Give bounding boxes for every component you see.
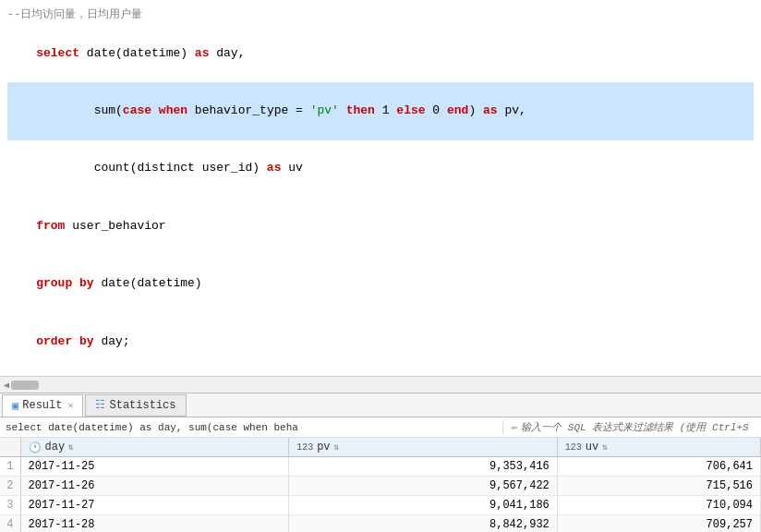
tab-statistics[interactable]: ☷ Statistics — [85, 394, 186, 417]
stats-tab-icon: ☷ — [95, 398, 105, 412]
horizontal-scrollbar[interactable]: ◀ — [0, 377, 761, 393]
scroll-left-arrow[interactable]: ◀ — [4, 380, 9, 391]
col-pv-label: pv — [317, 441, 330, 453]
result-query-bar: select date(datetime) as day, sum(case w… — [0, 417, 761, 438]
table-row: 42017-11-288,842,932709,257 — [0, 515, 761, 532]
row-num-cell: 2 — [0, 477, 20, 496]
row-uv-cell: 710,094 — [557, 496, 760, 515]
filter-icon: ✏ — [511, 420, 517, 434]
day-col-icon: 🕐 — [29, 441, 42, 453]
row-day-cell: 2017-11-26 — [20, 477, 289, 496]
tab-result-close[interactable]: ✕ — [67, 400, 73, 411]
sql-line-3: count(distinct user_id) as uv — [7, 140, 754, 198]
row-num-header — [0, 438, 20, 457]
uv-sort-icon[interactable]: ⇅ — [602, 441, 608, 453]
result-query-filter[interactable]: ✏ 输入一个 SQL 表达式来过滤结果 (使用 Ctrl+S — [502, 420, 761, 434]
sql-line-4: from user_behavior — [7, 198, 754, 255]
result-tab-icon: ▣ — [12, 399, 18, 413]
tab-result[interactable]: ▣ Result ✕ — [2, 394, 83, 417]
row-uv-cell: 706,641 — [557, 457, 760, 477]
data-table-wrapper[interactable]: 🕐 day ⇅ 123 pv ⇅ 123 uv — [0, 438, 761, 532]
row-uv-cell: 709,257 — [557, 515, 760, 532]
row-num-cell: 3 — [0, 496, 20, 515]
table-row: 32017-11-279,041,186710,094 — [0, 496, 761, 515]
row-num-cell: 1 — [0, 457, 20, 477]
pv-sort-icon[interactable]: ⇅ — [334, 441, 340, 453]
row-day-cell: 2017-11-27 — [20, 496, 289, 515]
sql-line-1: select date(datetime) as day, — [7, 25, 754, 82]
col-uv-label: uv — [586, 441, 598, 453]
row-day-cell: 2017-11-28 — [20, 515, 289, 532]
table-row: 22017-11-269,567,422715,516 — [0, 477, 761, 496]
col-header-pv[interactable]: 123 pv ⇅ — [289, 438, 558, 457]
sql-comment: --日均访问量，日均用户量 — [7, 8, 142, 21]
scroll-thumb[interactable] — [11, 381, 39, 390]
sql-line-2: sum(case when behavior_type = 'pv' then … — [7, 82, 754, 139]
row-uv-cell: 715,516 — [557, 477, 760, 496]
filter-placeholder-text: 输入一个 SQL 表达式来过滤结果 (使用 Ctrl+S — [521, 420, 748, 434]
tab-result-label: Result — [22, 399, 62, 412]
row-day-cell: 2017-11-25 — [20, 457, 289, 477]
tab-statistics-label: Statistics — [109, 399, 175, 412]
row-num-cell: 4 — [0, 515, 20, 532]
col-header-uv[interactable]: 123 uv ⇅ — [557, 438, 760, 457]
table-row: 12017-11-259,353,416706,641 — [0, 457, 761, 477]
uv-col-icon: 123 — [565, 442, 582, 453]
kw-select: select — [36, 46, 87, 60]
result-query-text: select date(datetime) as day, sum(case w… — [0, 422, 502, 433]
sql-line-6: order by day; — [7, 313, 754, 370]
tabs-bar: ▣ Result ✕ ☷ Statistics — [0, 393, 761, 417]
sql-editor[interactable]: --日均访问量，日均用户量 select date(datetime) as d… — [0, 0, 761, 377]
col-day-label: day — [45, 441, 66, 453]
row-pv-cell: 9,041,186 — [289, 496, 558, 515]
row-pv-cell: 8,842,932 — [289, 515, 558, 532]
pv-col-icon: 123 — [296, 442, 313, 453]
row-pv-cell: 9,567,422 — [289, 477, 558, 496]
day-sort-icon[interactable]: ⇅ — [68, 441, 74, 453]
sql-line-5: group by date(datetime) — [7, 255, 754, 312]
table-header-row: 🕐 day ⇅ 123 pv ⇅ 123 uv — [0, 438, 761, 457]
col-header-day[interactable]: 🕐 day ⇅ — [20, 438, 289, 457]
row-pv-cell: 9,353,416 — [289, 457, 558, 477]
result-table: 🕐 day ⇅ 123 pv ⇅ 123 uv — [0, 438, 761, 532]
